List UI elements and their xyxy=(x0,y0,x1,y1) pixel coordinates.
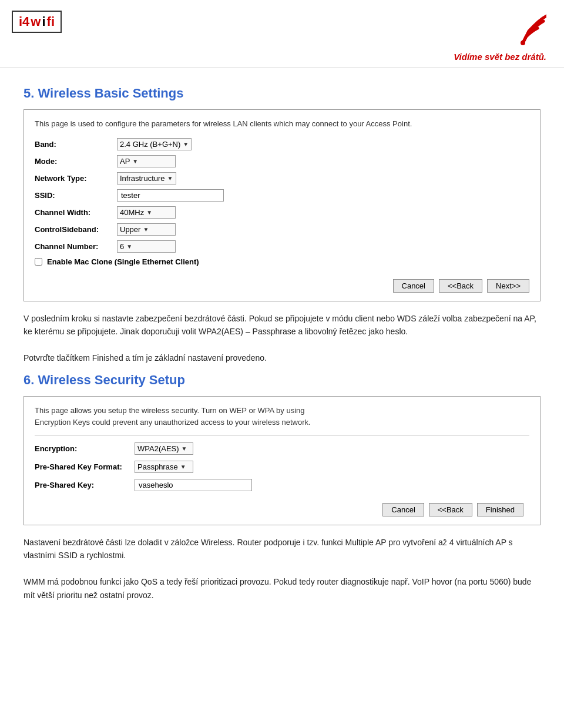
channel-width-control[interactable]: 40MHz ▼ xyxy=(117,206,176,219)
ssid-label: SSID: xyxy=(35,191,111,200)
network-type-row: Network Type: Infrastructure ▼ xyxy=(35,172,529,184)
section5-next-button[interactable]: Next>> xyxy=(487,279,529,293)
network-type-arrow: ▼ xyxy=(167,175,173,182)
channel-number-row: Channel Number: 6 ▼ xyxy=(35,240,529,253)
band-control[interactable]: 2.4 GHz (B+G+N) ▼ xyxy=(117,138,192,150)
section5-back-button[interactable]: <<Back xyxy=(439,279,482,293)
channel-width-arrow: ▼ xyxy=(146,209,152,216)
section6-finished-button[interactable]: Finished xyxy=(477,503,523,516)
header-tagline: Vidíme svět bez drátů. xyxy=(454,52,546,62)
channel-number-control[interactable]: 6 ▼ xyxy=(117,240,176,253)
section5-cancel-button[interactable]: Cancel xyxy=(393,279,434,293)
psk-format-arrow: ▼ xyxy=(180,464,186,470)
psk-format-label: Pre-Shared Key Format: xyxy=(35,462,129,471)
section5-title: 5. Wireless Basic Settings xyxy=(24,86,540,101)
mac-clone-row: Enable Mac Clone (Single Ethernet Client… xyxy=(35,257,529,266)
signal-icon xyxy=(454,11,546,52)
logo-fi: fi xyxy=(47,14,55,29)
section6-intro: This page allows you setup the wireless … xyxy=(35,405,529,428)
section5-button-row: Cancel <<Back Next>> xyxy=(393,279,529,293)
section5-settings-box: This page is used to configure the param… xyxy=(24,109,540,301)
mode-label: Mode: xyxy=(35,157,111,166)
mode-control[interactable]: AP ▼ xyxy=(117,155,176,167)
logo-i4: i4 xyxy=(19,14,29,29)
channel-width-row: Channel Width: 40MHz ▼ xyxy=(35,206,529,219)
svg-point-0 xyxy=(521,41,525,45)
band-select-arrow: ▼ xyxy=(183,141,189,147)
section5-intro: This page is used to configure the param… xyxy=(35,118,529,130)
channel-number-label: Channel Number: xyxy=(35,242,111,251)
channel-width-label: Channel Width: xyxy=(35,208,111,217)
network-type-control[interactable]: Infrastructure ▼ xyxy=(117,172,176,184)
encryption-label: Encryption: xyxy=(35,444,129,453)
channel-width-select[interactable]: 40MHz ▼ xyxy=(117,206,176,219)
header-right: Vidíme svět bez drátů. xyxy=(454,11,546,62)
ssid-row: SSID: xyxy=(35,189,529,202)
network-type-select[interactable]: Infrastructure ▼ xyxy=(117,172,176,184)
control-sideband-arrow: ▼ xyxy=(143,226,149,233)
encryption-select[interactable]: WPA2(AES) ▼ xyxy=(135,442,193,455)
mode-select-arrow: ▼ xyxy=(132,158,138,165)
text-block2: Nastavení bezdrátové části lze doladit v… xyxy=(24,536,540,602)
encryption-row: Encryption: WPA2(AES) ▼ xyxy=(35,442,529,455)
psk-format-row: Pre-Shared Key Format: Passphrase ▼ xyxy=(35,461,529,473)
mode-row: Mode: AP ▼ xyxy=(35,155,529,167)
section6-back-button[interactable]: <<Back xyxy=(429,503,472,516)
text-block1: V posledním kroku si nastavte zabezpečen… xyxy=(24,312,540,365)
psk-row: Pre-Shared Key: xyxy=(35,479,529,491)
mac-clone-checkbox[interactable] xyxy=(35,258,42,266)
control-sideband-label: ControlSideband: xyxy=(35,225,111,234)
psk-format-select[interactable]: Passphrase ▼ xyxy=(135,461,193,473)
psk-input[interactable] xyxy=(135,479,252,491)
band-row: Band: 2.4 GHz (B+G+N) ▼ xyxy=(35,138,529,150)
mode-select[interactable]: AP ▼ xyxy=(117,155,176,167)
main-content: 5. Wireless Basic Settings This page is … xyxy=(0,80,564,622)
channel-number-arrow: ▼ xyxy=(126,243,132,250)
section6-button-row: Cancel <<Back Finished xyxy=(35,503,529,516)
control-sideband-control[interactable]: Upper ▼ xyxy=(117,223,176,236)
band-select[interactable]: 2.4 GHz (B+G+N) ▼ xyxy=(117,138,192,150)
ssid-input[interactable] xyxy=(117,189,224,202)
logo-wifi-text: i xyxy=(42,14,45,29)
encryption-arrow: ▼ xyxy=(182,445,187,452)
logo-wifi-icon: w xyxy=(31,14,41,29)
control-sideband-row: ControlSideband: Upper ▼ xyxy=(35,223,529,236)
network-type-label: Network Type: xyxy=(35,174,111,183)
control-sideband-select[interactable]: Upper ▼ xyxy=(117,223,176,236)
page-header: i4 w i fi Vidíme svět bez drátů. xyxy=(0,0,564,68)
psk-label: Pre-Shared Key: xyxy=(35,481,129,489)
band-label: Band: xyxy=(35,140,111,149)
section6-cancel-button[interactable]: Cancel xyxy=(382,503,424,516)
logo: i4 w i fi xyxy=(12,11,62,33)
channel-number-select[interactable]: 6 ▼ xyxy=(117,240,176,253)
section6-security-box: This page allows you setup the wireless … xyxy=(24,396,540,525)
section6-title: 6. Wireless Security Setup xyxy=(24,373,540,388)
mac-clone-label: Enable Mac Clone (Single Ethernet Client… xyxy=(47,257,199,266)
divider xyxy=(35,435,529,435)
ssid-control[interactable] xyxy=(117,189,224,202)
